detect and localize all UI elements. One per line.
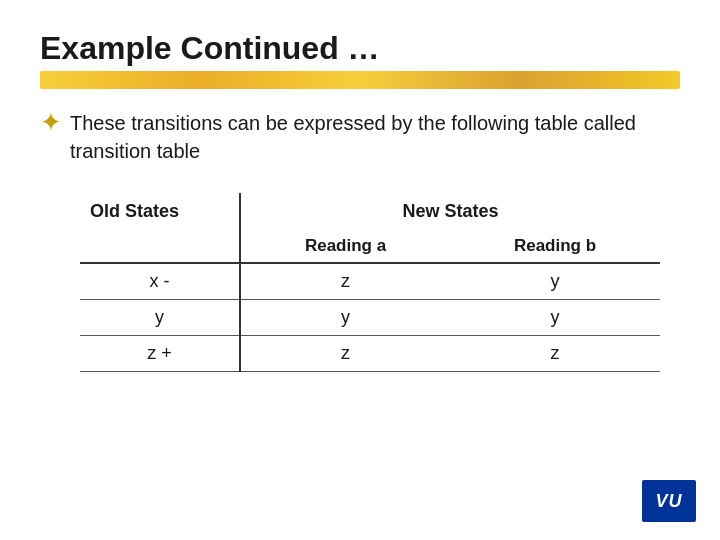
table-row: yyy: [80, 300, 660, 336]
new-state-a-cell: z: [240, 336, 450, 372]
vui-logo-box: VU: [642, 480, 696, 522]
title-section: Example Continued …: [40, 30, 680, 89]
old-states-header: Old States: [80, 193, 240, 230]
table-row: z +zz: [80, 336, 660, 372]
new-states-header: New States: [240, 193, 660, 230]
new-state-b-cell: z: [450, 336, 660, 372]
transition-table-container: Old States New States Reading a Reading …: [80, 193, 680, 372]
table-row: x -zy: [80, 263, 660, 300]
slide: Example Continued … ✦ These transitions …: [0, 0, 720, 540]
new-state-b-cell: y: [450, 300, 660, 336]
new-state-a-cell: z: [240, 263, 450, 300]
transition-table: Old States New States Reading a Reading …: [80, 193, 660, 372]
vui-logo: VU: [642, 480, 696, 522]
reading-a-header: Reading a: [240, 230, 450, 263]
yellow-bar-decoration: [40, 71, 680, 89]
table-header-row: Old States New States: [80, 193, 660, 230]
new-state-a-cell: y: [240, 300, 450, 336]
old-state-cell: y: [80, 300, 240, 336]
bullet-section: ✦ These transitions can be expressed by …: [40, 109, 680, 165]
table-body: x -zyyyyz +zz: [80, 263, 660, 372]
reading-b-header: Reading b: [450, 230, 660, 263]
bullet-text: These transitions can be expressed by th…: [70, 109, 680, 165]
bullet-star-icon: ✦: [40, 107, 62, 138]
table-sub-header-row: Reading a Reading b: [80, 230, 660, 263]
new-state-b-cell: y: [450, 263, 660, 300]
old-state-cell: x -: [80, 263, 240, 300]
slide-title: Example Continued …: [40, 30, 680, 67]
old-state-cell: z +: [80, 336, 240, 372]
old-col-sub-header: [80, 230, 240, 263]
vui-logo-text: VU: [655, 491, 682, 512]
